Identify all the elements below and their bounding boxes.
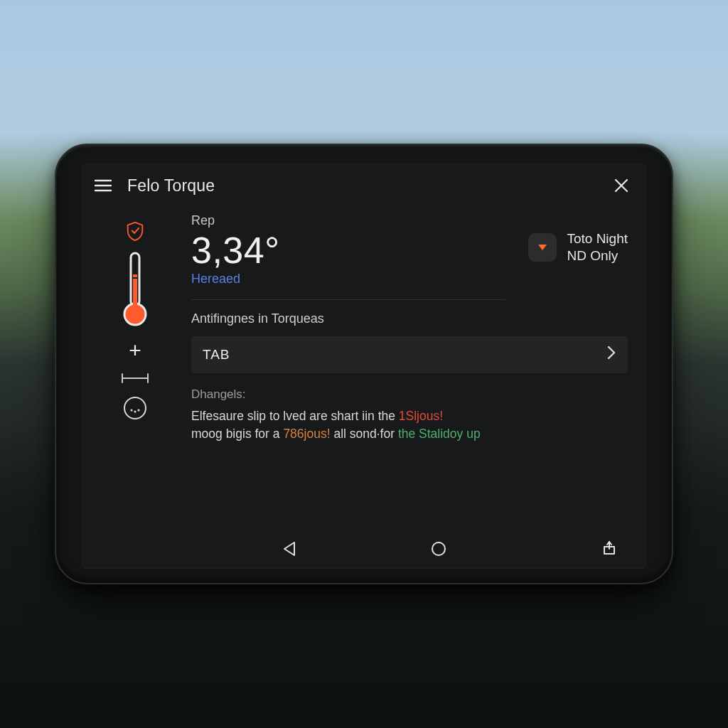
svg-marker-16: [284, 542, 294, 555]
svg-rect-8: [133, 274, 137, 277]
mode-line1: Toto Night: [567, 230, 628, 247]
diag-red-1: 1Sljous!: [399, 409, 443, 423]
nav-back-icon: [282, 540, 297, 557]
nav-home-button[interactable]: [424, 535, 453, 563]
svg-point-14: [134, 410, 136, 412]
face-button[interactable]: [114, 395, 156, 421]
reading-sublabel: Hereaed: [191, 272, 528, 287]
app-header: Felo Torque: [82, 164, 646, 208]
diagnostics-label: Dhangels:: [191, 387, 628, 402]
tablet-frame: Felo Torque: [55, 144, 673, 584]
sidebar: +: [82, 208, 188, 529]
plus-button[interactable]: +: [129, 340, 141, 361]
share-icon: [601, 539, 618, 556]
nav-back-button[interactable]: [275, 535, 304, 563]
svg-point-17: [432, 542, 445, 555]
diag-green-1: the Stalidoy up: [398, 427, 481, 441]
thermometer-icon: [123, 250, 147, 330]
section-label: Antifingnes in Torqueas: [191, 311, 628, 326]
system-navbar: [82, 529, 646, 569]
diagnostics-body: Elfesaure slip to lved are shart iin the…: [191, 407, 628, 444]
mode-text: Toto Night ND Only: [567, 230, 628, 264]
app-title: Felo Torque: [127, 176, 215, 196]
diag-text-3: all sond·for: [331, 427, 398, 441]
svg-rect-7: [133, 279, 137, 309]
mode-dropdown[interactable]: [528, 233, 557, 262]
reading-value: 3,34°: [191, 231, 528, 270]
main-panel: Rep 3,34° Hereaed Toto Night ND Only: [188, 208, 646, 529]
mode-line2: ND Only: [567, 247, 628, 264]
reading-label: Rep: [191, 213, 528, 228]
tab-row[interactable]: TAB: [191, 336, 628, 373]
diag-red-2: 786jous!: [283, 427, 330, 441]
tab-label: TAB: [203, 347, 230, 363]
screen: Felo Torque: [82, 164, 646, 569]
shield-check-icon: [124, 220, 146, 245]
adjust-control[interactable]: [114, 371, 156, 385]
close-button[interactable]: [609, 173, 633, 198]
mode-block: Toto Night ND Only: [528, 230, 628, 264]
divider: [191, 299, 505, 300]
share-button[interactable]: [596, 535, 622, 560]
diag-text-1: Elfesaure slip to lved are shart iin the: [191, 409, 399, 423]
menu-icon: [94, 178, 112, 193]
menu-button[interactable]: [92, 174, 114, 197]
close-icon: [614, 178, 629, 193]
svg-point-15: [137, 409, 139, 411]
reading-block: Rep 3,34° Hereaed: [191, 213, 528, 287]
chevron-down-icon: [537, 242, 548, 252]
svg-point-13: [130, 409, 132, 411]
svg-point-12: [124, 397, 146, 419]
diag-text-2: moog bigis for a: [191, 427, 283, 441]
app-body: +: [82, 208, 646, 529]
nav-home-icon: [430, 540, 447, 557]
chevron-right-icon: [606, 345, 616, 364]
